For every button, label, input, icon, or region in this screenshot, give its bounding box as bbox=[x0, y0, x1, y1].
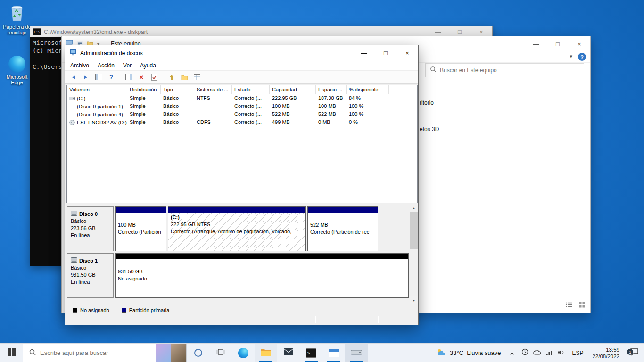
help-icon[interactable]: ? bbox=[107, 73, 116, 82]
scroll-thumb[interactable] bbox=[410, 212, 418, 249]
notification-badge: 1 bbox=[627, 349, 633, 355]
search-highlights-image[interactable] bbox=[156, 344, 186, 362]
window-title: Administración de discos bbox=[80, 50, 143, 57]
cell-free: 0 MB bbox=[316, 118, 347, 126]
legend: No asignado Partición primaria bbox=[66, 305, 418, 315]
partition-block-recovery[interactable]: 522 MB Correcto (Partición de rec bbox=[307, 206, 378, 251]
file-explorer-taskbar-button[interactable] bbox=[255, 344, 277, 362]
tray-network-button[interactable] bbox=[543, 349, 555, 357]
edge-taskbar-button[interactable] bbox=[232, 344, 255, 362]
partition-block-system[interactable]: 100 MB Correcto (Partición bbox=[115, 206, 166, 251]
cell-free: 100 MB bbox=[316, 102, 347, 110]
legend-unallocated: No asignado bbox=[73, 307, 109, 313]
close-button[interactable]: × bbox=[569, 36, 590, 51]
cell-fs bbox=[194, 102, 232, 110]
volume-row-eset-d[interactable]: ESET NOD32 AV (D:) Simple Básico CDFS Co… bbox=[67, 118, 417, 126]
show-hidden-icons-button[interactable] bbox=[505, 349, 519, 357]
disk-management-taskbar-button[interactable] bbox=[345, 344, 368, 362]
partition-block-c[interactable]: (C:) 222.95 GB NTFS Correcto (Arranque, … bbox=[168, 206, 306, 251]
cell-layout: Simple bbox=[127, 110, 161, 118]
scroll-up-button[interactable]: ▲ bbox=[410, 204, 418, 212]
maximize-button[interactable]: □ bbox=[375, 45, 396, 61]
edge-desktop-icon[interactable]: Microsoft Edge bbox=[0, 56, 34, 85]
app-window-taskbar-button[interactable] bbox=[322, 344, 345, 362]
folder-item-escritorio[interactable]: ritorio bbox=[420, 99, 434, 106]
cell-volume: ESET NOD32 AV (D:) bbox=[67, 118, 127, 126]
column-header-volumen[interactable]: Volumen bbox=[67, 85, 127, 94]
cell-layout: Simple bbox=[127, 118, 161, 126]
details-view-icon[interactable] bbox=[566, 301, 573, 310]
taskbar-search-input[interactable] bbox=[40, 349, 152, 356]
close-button[interactable]: × bbox=[396, 45, 418, 61]
minimize-button[interactable]: — bbox=[525, 36, 547, 51]
help-icon[interactable]: ? bbox=[578, 53, 586, 61]
time-label: 13:59 bbox=[606, 346, 619, 353]
disk-management-titlebar[interactable]: Administración de discos — □ × bbox=[65, 45, 418, 61]
edge-icon bbox=[8, 56, 25, 73]
language-indicator[interactable]: ESP bbox=[568, 350, 587, 356]
cell-volume: (C:) bbox=[67, 94, 127, 102]
folder-item-objetos-3d[interactable]: etos 3D bbox=[420, 126, 439, 132]
thumbnail-view-icon[interactable] bbox=[578, 301, 586, 310]
console-tree-icon[interactable] bbox=[94, 73, 103, 82]
tray-clock-button[interactable] bbox=[519, 348, 531, 357]
cell-status: Correcto (... bbox=[232, 118, 270, 126]
column-header-tipo[interactable]: Tipo bbox=[161, 85, 194, 94]
mail-icon bbox=[284, 348, 293, 357]
edge-icon bbox=[238, 348, 248, 358]
volume-row-partition1[interactable]: (Disco 0 partición 1) Simple Básico Corr… bbox=[67, 102, 417, 110]
cmd-icon: C:\ bbox=[33, 28, 41, 35]
menu-ver[interactable]: Ver bbox=[119, 61, 136, 70]
up-level-icon[interactable] bbox=[167, 73, 176, 82]
properties-check-icon[interactable] bbox=[150, 73, 158, 82]
open-folder-icon[interactable] bbox=[180, 73, 189, 82]
ribbon-expand-icon[interactable]: ▾ bbox=[570, 53, 572, 59]
column-header-distribucion[interactable]: Distribución bbox=[127, 85, 161, 94]
drive-icon bbox=[69, 96, 75, 101]
menu-archivo[interactable]: Archivo bbox=[66, 61, 93, 70]
cell-pct: 100 % bbox=[347, 102, 389, 110]
cmd-taskbar-button[interactable]: >_ bbox=[300, 344, 322, 362]
taskbar-clock[interactable]: 13:59 22/08/2022 bbox=[587, 346, 624, 360]
column-header-sistema[interactable]: Sistema de ... bbox=[194, 85, 232, 94]
start-button[interactable] bbox=[0, 344, 23, 362]
column-header-capacidad[interactable]: Capacidad bbox=[270, 85, 316, 94]
explorer-search-input[interactable] bbox=[440, 67, 579, 74]
vertical-scrollbar[interactable]: ▲ ▼ bbox=[410, 204, 418, 304]
menu-ayuda[interactable]: Ayuda bbox=[136, 61, 160, 70]
unallocated-color-chip bbox=[73, 308, 77, 313]
columns-icon[interactable] bbox=[193, 73, 201, 82]
cell-free: 187.38 GB bbox=[316, 94, 347, 102]
weather-widget[interactable]: 33°C Lluvia suave bbox=[431, 348, 505, 358]
mail-taskbar-button[interactable] bbox=[277, 344, 300, 362]
back-icon[interactable] bbox=[69, 73, 77, 82]
column-header-estado[interactable]: Estado bbox=[232, 85, 270, 94]
tray-volume-button[interactable] bbox=[555, 349, 568, 357]
taskbar-search-box[interactable] bbox=[23, 344, 187, 362]
delete-icon[interactable]: × bbox=[137, 73, 146, 82]
volume-row-partition4[interactable]: (Disco 0 partición 4) Simple Básico Corr… bbox=[67, 110, 417, 118]
menu-accion[interactable]: Acción bbox=[93, 61, 119, 70]
recycle-bin-desktop-icon[interactable]: Papelera de reciclaje bbox=[0, 3, 34, 35]
column-header-espacio[interactable]: Espacio ... bbox=[316, 85, 347, 94]
disk-0-info[interactable]: Disco 0 Básico 223.56 GB En línea bbox=[67, 206, 114, 251]
action-center-button[interactable]: 1 bbox=[624, 348, 644, 358]
volume-row-c[interactable]: (C:) Simple Básico NTFS Correcto (... 22… bbox=[67, 94, 417, 102]
action-pane-icon[interactable] bbox=[124, 73, 133, 82]
cortana-button[interactable] bbox=[187, 344, 209, 362]
forward-icon[interactable] bbox=[82, 73, 90, 82]
explorer-search-box[interactable] bbox=[425, 63, 584, 77]
task-view-button[interactable] bbox=[209, 344, 232, 362]
disk-drive-icon bbox=[351, 348, 362, 358]
scroll-down-button[interactable]: ▼ bbox=[410, 296, 418, 304]
disk-1-info[interactable]: Disco 1 Básico 931.50 GB En línea bbox=[67, 253, 114, 298]
taskbar: >_ 33°C Lluvia suave bbox=[0, 343, 644, 362]
maximize-button[interactable]: □ bbox=[547, 36, 569, 51]
cell-volume: (Disco 0 partición 1) bbox=[67, 102, 127, 110]
toolbar: ? × bbox=[65, 70, 418, 84]
minimize-button[interactable]: — bbox=[353, 45, 375, 61]
column-header-disponible[interactable]: % disponible bbox=[347, 85, 389, 94]
tray-onedrive-button[interactable] bbox=[531, 349, 543, 357]
partition-block-unallocated[interactable]: 931.50 GB No asignado bbox=[115, 253, 409, 298]
file-explorer-icon bbox=[261, 348, 272, 358]
